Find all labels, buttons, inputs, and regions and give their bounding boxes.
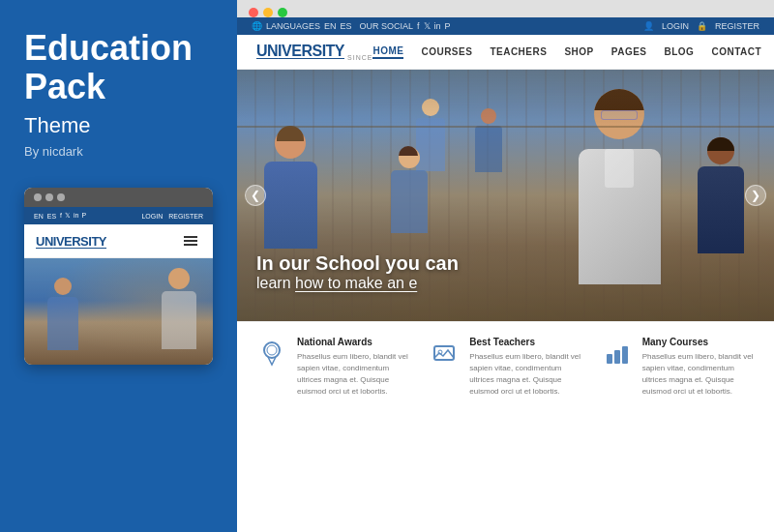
lock-icon: 🔒 — [697, 21, 707, 31]
feature-courses-text: Many Courses Phasellus eum libero, bland… — [642, 337, 755, 398]
feature-courses-desc: Phasellus eum libero, blandit vel sapien… — [642, 351, 755, 398]
hero-main-text: In our School you can — [256, 251, 459, 275]
logo-rest-part: IVERSITY — [278, 43, 344, 59]
register-link[interactable]: REGISTER — [715, 21, 759, 31]
nav-pages[interactable]: PAGES — [611, 46, 647, 57]
mobile-social-icons: f 𝕏 in P — [60, 212, 86, 220]
mobile-mockup: EN ES f 𝕏 in P LOGIN REGISTER UNIVERSITY — [24, 188, 213, 365]
lang-en[interactable]: EN — [324, 21, 337, 31]
features-row: National Awards Phasellus eum libero, bl… — [237, 321, 774, 412]
globe-icon: 🌐 — [252, 21, 262, 31]
hamburger-line-2 — [184, 240, 197, 242]
site-topbar: 🌐 LANGUAGES EN ES OUR SOCIAL f 𝕏 in P 👤 … — [237, 17, 774, 35]
mobile-hamburger-menu[interactable] — [180, 232, 201, 250]
mobile-logo-rest: IVERSITY — [53, 234, 106, 249]
feature-teachers-title: Best Teachers — [469, 337, 581, 347]
linkedin-icon[interactable]: in — [434, 21, 441, 31]
svg-rect-5 — [614, 350, 620, 364]
feature-awards-title: National Awards — [297, 337, 409, 347]
lang-es[interactable]: ES — [341, 21, 352, 31]
mobile-logo-bar: UNIVERSITY — [24, 224, 213, 258]
twitter-icon[interactable]: 𝕏 — [424, 21, 431, 31]
product-subtitle: Theme — [24, 113, 213, 138]
main-shirt-detail — [605, 149, 634, 188]
feature-awards-text: National Awards Phasellus eum libero, bl… — [297, 337, 409, 398]
bs2-body — [475, 126, 502, 172]
logo-suffix: SINCE — [347, 54, 372, 61]
mobile-linkedin-icon[interactable]: in — [74, 212, 78, 220]
mobile-logo-un: UN — [36, 234, 53, 249]
logo-un-part: UN — [256, 43, 278, 59]
mobile-twitter-icon[interactable]: 𝕏 — [65, 212, 71, 220]
mobile-login-link[interactable]: LOGIN — [141, 213, 163, 220]
login-link[interactable]: LOGIN — [662, 21, 689, 31]
nav-blog[interactable]: BLOG — [665, 46, 695, 57]
hero-sub-prefix: learn — [256, 275, 295, 291]
feature-courses-title: Many Courses — [642, 337, 755, 347]
mobile-nav-left: EN ES f 𝕏 in P — [34, 212, 86, 220]
topbar-left: 🌐 LANGUAGES EN ES OUR SOCIAL f 𝕏 in P — [252, 21, 451, 31]
feature-teachers-desc: Phasellus eum libero, blandit vel sapien… — [469, 351, 581, 398]
svg-rect-4 — [607, 354, 612, 364]
languages-label: LANGUAGES — [266, 21, 320, 31]
browser-dot-yellow[interactable] — [263, 8, 273, 17]
site-hero: ❮ ❯ In our School you can learn how to m… — [237, 70, 774, 321]
nav-courses[interactable]: COURSES — [421, 46, 472, 57]
award-icon — [256, 339, 287, 369]
fsl-hair — [277, 126, 304, 141]
nav-shop[interactable]: SHOP — [564, 46, 593, 57]
topbar-languages: 🌐 LANGUAGES EN ES — [252, 21, 352, 31]
feature-awards: National Awards Phasellus eum libero, bl… — [256, 337, 409, 398]
mobile-pinterest-icon[interactable]: P — [81, 212, 86, 220]
right-panel: 🌐 LANGUAGES EN ES OUR SOCIAL f 𝕏 in P 👤 … — [237, 0, 774, 532]
user-icon: 👤 — [643, 21, 654, 31]
courses-icon — [602, 339, 633, 369]
nav-home[interactable]: HOME — [372, 45, 403, 59]
mobile-register-link[interactable]: REGISTER — [168, 213, 203, 220]
facebook-icon[interactable]: f — [417, 21, 420, 31]
mobile-figure-1 — [44, 278, 82, 355]
pinterest-icon[interactable]: P — [445, 21, 451, 31]
feature-awards-desc: Phasellus eum libero, blandit vel sapien… — [297, 351, 409, 398]
product-title: Education Pack — [24, 29, 213, 105]
mobile-lang-en[interactable]: EN — [34, 213, 44, 220]
mobile-site-logo[interactable]: UNIVERSITY — [36, 234, 106, 249]
nav-contact[interactable]: CONTACT — [711, 46, 761, 57]
our-social-label: OUR SOCIAL — [360, 21, 414, 31]
mobile-dot-3 — [57, 193, 65, 201]
svg-rect-6 — [622, 346, 628, 364]
feature-teachers: Best Teachers Phasellus eum libero, blan… — [429, 337, 581, 398]
mobile-hero-image — [24, 258, 213, 365]
rs-hair — [707, 137, 734, 151]
nav-teachers[interactable]: TEACHERS — [490, 46, 547, 57]
browser-dot-red[interactable] — [249, 8, 258, 17]
left-panel: Education Pack Theme By nicdark EN ES f … — [0, 0, 237, 532]
hero-sub-text: learn how to make an e — [256, 275, 459, 292]
svg-point-1 — [267, 345, 277, 355]
mobile-figure-body — [47, 297, 78, 350]
hero-next-arrow[interactable]: ❯ — [745, 185, 766, 206]
mobile-figure2-body — [162, 291, 196, 349]
svg-point-0 — [264, 342, 280, 358]
mobile-nav-top: EN ES f 𝕏 in P LOGIN REGISTER — [24, 207, 213, 224]
topbar-social: OUR SOCIAL f 𝕏 in P — [360, 21, 451, 31]
mobile-lang-es[interactable]: ES — [47, 213, 56, 220]
right-student — [687, 137, 755, 273]
mobile-facebook-icon[interactable]: f — [60, 212, 62, 220]
browser-dot-green[interactable] — [278, 8, 287, 17]
bookshelf-top — [237, 70, 774, 128]
hero-text: In our School you can learn how to make … — [256, 251, 459, 292]
main-body — [579, 149, 661, 284]
center-back-student — [382, 147, 435, 244]
site-logo[interactable]: UNIVERSITYSINCE — [256, 43, 372, 61]
mobile-dot-2 — [45, 193, 53, 201]
mobile-figure2-head — [168, 268, 190, 289]
hamburger-line-1 — [184, 236, 197, 238]
hamburger-line-3 — [184, 244, 197, 246]
feature-teachers-text: Best Teachers Phasellus eum libero, blan… — [469, 337, 581, 398]
mobile-figure-head — [54, 278, 72, 295]
mobile-dot-1 — [34, 193, 42, 201]
hero-prev-arrow[interactable]: ❮ — [245, 185, 266, 206]
cbs-body — [391, 170, 428, 233]
mobile-figure-2 — [160, 268, 198, 355]
